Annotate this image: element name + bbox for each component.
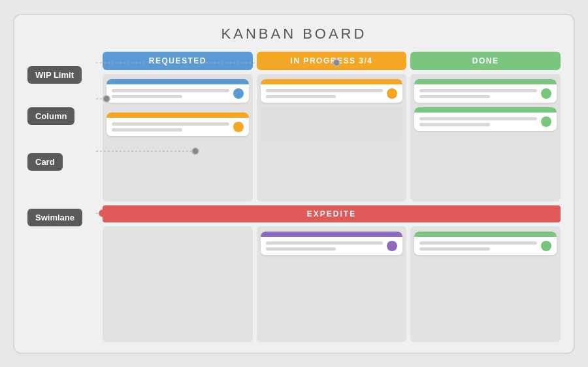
board-body: WIP Limit Column Card Swimlane REQUESTED… [27,52,561,342]
label-wip-limit: WIP Limit [27,66,82,84]
card-below-done-1[interactable] [414,232,557,255]
card-placeholder [261,107,403,141]
swimlane-row: EXPEDITE [103,205,561,222]
col-requested [103,74,253,201]
swimlane-bar: EXPEDITE [103,205,561,222]
card-done-2[interactable] [414,107,557,131]
label-column: Column [27,107,74,125]
board-container: KANBAN BOARD WIP Limit Column Card Swiml… [13,14,575,354]
card-below-inprogress-1[interactable] [261,232,403,255]
col-below-inprogress [257,226,407,342]
col-below-done [410,226,561,342]
label-swimlane: Swimlane [27,209,82,226]
card-requested-2[interactable] [106,113,249,136]
header-done: DONE [410,52,561,70]
column-headers: REQUESTED IN PROGRESS 3/4 DONE [103,52,561,70]
label-card: Card [27,153,63,171]
header-inprogress: IN PROGRESS 3/4 [257,52,407,70]
lower-columns [103,226,561,342]
card-requested-1[interactable] [106,79,249,103]
card-inprogress-1[interactable] [261,79,403,103]
header-requested: REQUESTED [103,52,253,70]
col-inprogress [257,74,407,201]
upper-columns [103,74,561,201]
kanban-area: REQUESTED IN PROGRESS 3/4 DONE [103,52,561,342]
board-title: KANBAN BOARD [221,26,367,43]
col-below-requested [103,226,253,342]
card-done-1[interactable] [414,79,557,103]
labels-column: WIP Limit Column Card Swimlane [27,52,103,342]
col-done [410,74,561,201]
